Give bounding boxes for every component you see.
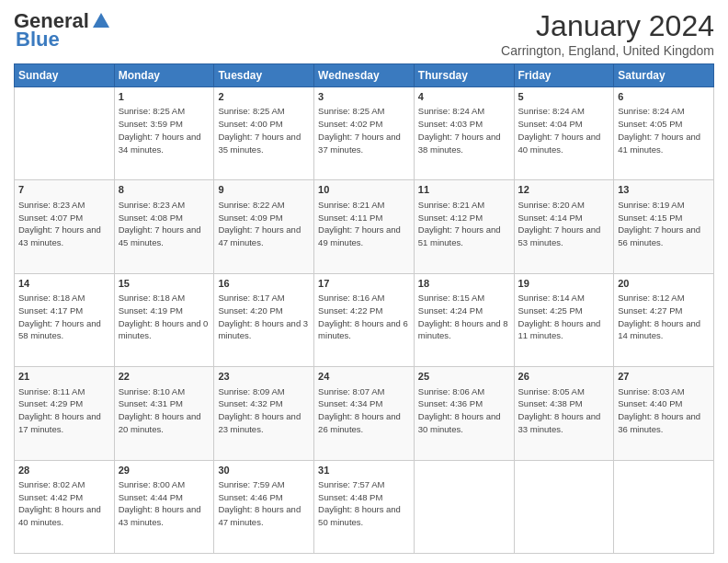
calendar-cell: 21Sunrise: 8:11 AMSunset: 4:29 PMDayligh… <box>15 367 115 460</box>
month-title: January 2024 <box>501 9 714 43</box>
calendar-cell: 31Sunrise: 7:57 AMSunset: 4:48 PMDayligh… <box>314 460 415 553</box>
calendar-week-5: 28Sunrise: 8:02 AMSunset: 4:42 PMDayligh… <box>15 460 714 553</box>
calendar-cell: 18Sunrise: 8:15 AMSunset: 4:24 PMDayligh… <box>414 273 514 366</box>
calendar-cell: 3Sunrise: 8:25 AMSunset: 4:02 PMDaylight… <box>314 87 415 180</box>
cell-day-number: 10 <box>318 183 410 197</box>
calendar-cell: 25Sunrise: 8:06 AMSunset: 4:36 PMDayligh… <box>414 367 514 460</box>
calendar-cell <box>15 87 115 180</box>
cell-day-number: 1 <box>119 90 210 104</box>
cell-day-number: 27 <box>618 370 710 384</box>
calendar-cell: 14Sunrise: 8:18 AMSunset: 4:17 PMDayligh… <box>15 273 115 366</box>
cell-day-number: 4 <box>418 90 510 104</box>
cell-info: Sunrise: 8:18 AMSunset: 4:19 PMDaylight:… <box>119 292 210 342</box>
cell-info: Sunrise: 7:57 AMSunset: 4:48 PMDaylight:… <box>318 478 410 529</box>
cell-day-number: 28 <box>18 464 110 477</box>
calendar-week-2: 7Sunrise: 8:23 AMSunset: 4:07 PMDaylight… <box>15 180 714 273</box>
calendar-cell: 15Sunrise: 8:18 AMSunset: 4:19 PMDayligh… <box>114 273 214 366</box>
cell-info: Sunrise: 8:16 AMSunset: 4:22 PMDaylight:… <box>318 292 410 342</box>
calendar-cell: 6Sunrise: 8:24 AMSunset: 4:05 PMDaylight… <box>614 87 714 180</box>
title-block: January 2024 Carrington, England, United… <box>501 9 714 58</box>
cell-info: Sunrise: 8:10 AMSunset: 4:31 PMDaylight:… <box>119 385 210 436</box>
cell-info: Sunrise: 8:25 AMSunset: 4:00 PMDaylight:… <box>218 105 310 155</box>
cell-info: Sunrise: 8:05 AMSunset: 4:38 PMDaylight:… <box>518 385 610 436</box>
cell-info: Sunrise: 8:11 AMSunset: 4:29 PMDaylight:… <box>18 385 110 436</box>
calendar-cell: 5Sunrise: 8:24 AMSunset: 4:04 PMDaylight… <box>514 87 614 180</box>
logo: General Blue <box>14 9 111 52</box>
cell-day-number: 14 <box>18 277 110 291</box>
day-header-friday: Friday <box>514 64 614 87</box>
cell-info: Sunrise: 8:14 AMSunset: 4:25 PMDaylight:… <box>518 292 610 342</box>
cell-info: Sunrise: 7:59 AMSunset: 4:46 PMDaylight:… <box>218 478 310 529</box>
cell-day-number: 3 <box>318 90 410 104</box>
header: General Blue January 2024 Carrington, En… <box>14 9 714 58</box>
cell-day-number: 23 <box>218 370 310 384</box>
calendar-cell: 20Sunrise: 8:12 AMSunset: 4:27 PMDayligh… <box>614 273 714 366</box>
cell-info: Sunrise: 8:20 AMSunset: 4:14 PMDaylight:… <box>518 199 610 249</box>
calendar-cell: 17Sunrise: 8:16 AMSunset: 4:22 PMDayligh… <box>314 273 415 366</box>
cell-info: Sunrise: 8:02 AMSunset: 4:42 PMDaylight:… <box>18 478 110 529</box>
cell-info: Sunrise: 8:24 AMSunset: 4:04 PMDaylight:… <box>518 105 610 155</box>
cell-day-number: 22 <box>119 370 210 384</box>
cell-day-number: 31 <box>318 464 410 477</box>
cell-day-number: 21 <box>18 370 110 384</box>
cell-day-number: 9 <box>218 183 310 197</box>
calendar-body: 1Sunrise: 8:25 AMSunset: 3:59 PMDaylight… <box>15 87 714 554</box>
cell-day-number: 18 <box>418 277 510 291</box>
logo-blue: Blue <box>16 28 60 52</box>
calendar-cell: 19Sunrise: 8:14 AMSunset: 4:25 PMDayligh… <box>514 273 614 366</box>
cell-day-number: 16 <box>218 277 310 291</box>
cell-info: Sunrise: 8:06 AMSunset: 4:36 PMDaylight:… <box>418 385 510 436</box>
cell-info: Sunrise: 8:22 AMSunset: 4:09 PMDaylight:… <box>218 199 310 249</box>
calendar-header-row: SundayMondayTuesdayWednesdayThursdayFrid… <box>15 64 714 87</box>
svg-marker-0 <box>93 13 109 28</box>
day-header-thursday: Thursday <box>414 64 514 87</box>
day-header-wednesday: Wednesday <box>314 64 415 87</box>
cell-day-number: 6 <box>618 90 710 104</box>
calendar-cell: 11Sunrise: 8:21 AMSunset: 4:12 PMDayligh… <box>414 180 514 273</box>
calendar-week-3: 14Sunrise: 8:18 AMSunset: 4:17 PMDayligh… <box>15 273 714 366</box>
calendar-cell: 12Sunrise: 8:20 AMSunset: 4:14 PMDayligh… <box>514 180 614 273</box>
cell-day-number: 15 <box>119 277 210 291</box>
calendar-cell: 10Sunrise: 8:21 AMSunset: 4:11 PMDayligh… <box>314 180 415 273</box>
cell-day-number: 19 <box>518 277 610 291</box>
calendar-cell: 30Sunrise: 7:59 AMSunset: 4:46 PMDayligh… <box>214 460 314 553</box>
cell-info: Sunrise: 8:23 AMSunset: 4:07 PMDaylight:… <box>18 199 110 249</box>
day-header-saturday: Saturday <box>614 64 714 87</box>
cell-day-number: 7 <box>18 183 110 197</box>
day-header-monday: Monday <box>114 64 214 87</box>
calendar-cell: 4Sunrise: 8:24 AMSunset: 4:03 PMDaylight… <box>414 87 514 180</box>
cell-info: Sunrise: 8:24 AMSunset: 4:03 PMDaylight:… <box>418 105 510 155</box>
calendar-cell: 13Sunrise: 8:19 AMSunset: 4:15 PMDayligh… <box>614 180 714 273</box>
calendar-cell <box>414 460 514 553</box>
cell-day-number: 20 <box>618 277 710 291</box>
cell-day-number: 29 <box>119 464 210 477</box>
cell-info: Sunrise: 8:12 AMSunset: 4:27 PMDaylight:… <box>618 292 710 342</box>
calendar-cell: 2Sunrise: 8:25 AMSunset: 4:00 PMDaylight… <box>214 87 314 180</box>
calendar-cell: 26Sunrise: 8:05 AMSunset: 4:38 PMDayligh… <box>514 367 614 460</box>
cell-info: Sunrise: 8:21 AMSunset: 4:11 PMDaylight:… <box>318 199 410 249</box>
cell-day-number: 12 <box>518 183 610 197</box>
cell-day-number: 24 <box>318 370 410 384</box>
cell-day-number: 8 <box>119 183 210 197</box>
day-header-sunday: Sunday <box>15 64 115 87</box>
calendar-cell: 16Sunrise: 8:17 AMSunset: 4:20 PMDayligh… <box>214 273 314 366</box>
cell-info: Sunrise: 8:25 AMSunset: 4:02 PMDaylight:… <box>318 105 410 155</box>
cell-day-number: 2 <box>218 90 310 104</box>
cell-day-number: 26 <box>518 370 610 384</box>
calendar-cell: 22Sunrise: 8:10 AMSunset: 4:31 PMDayligh… <box>114 367 214 460</box>
cell-info: Sunrise: 8:19 AMSunset: 4:15 PMDaylight:… <box>618 199 710 249</box>
cell-day-number: 30 <box>218 464 310 477</box>
cell-info: Sunrise: 8:17 AMSunset: 4:20 PMDaylight:… <box>218 292 310 342</box>
cell-info: Sunrise: 8:03 AMSunset: 4:40 PMDaylight:… <box>618 385 710 436</box>
cell-day-number: 25 <box>418 370 510 384</box>
cell-info: Sunrise: 8:09 AMSunset: 4:32 PMDaylight:… <box>218 385 310 436</box>
cell-day-number: 17 <box>318 277 410 291</box>
page: General Blue January 2024 Carrington, En… <box>0 0 728 563</box>
cell-info: Sunrise: 8:00 AMSunset: 4:44 PMDaylight:… <box>119 478 210 529</box>
calendar-cell <box>614 460 714 553</box>
calendar-cell: 7Sunrise: 8:23 AMSunset: 4:07 PMDaylight… <box>15 180 115 273</box>
cell-info: Sunrise: 8:24 AMSunset: 4:05 PMDaylight:… <box>618 105 710 155</box>
cell-day-number: 11 <box>418 183 510 197</box>
calendar-cell: 9Sunrise: 8:22 AMSunset: 4:09 PMDaylight… <box>214 180 314 273</box>
cell-info: Sunrise: 8:23 AMSunset: 4:08 PMDaylight:… <box>119 199 210 249</box>
